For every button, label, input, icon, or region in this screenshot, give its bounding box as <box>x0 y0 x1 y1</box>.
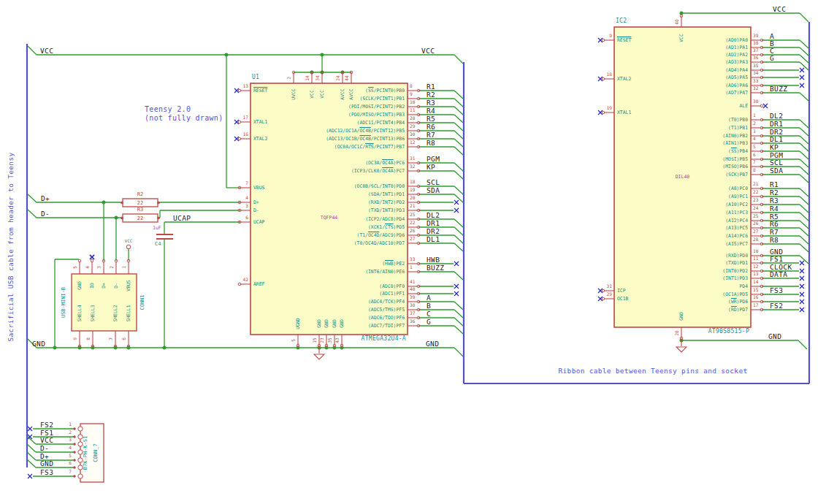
pin-number: 29 <box>410 124 415 129</box>
chip-ref: IC2 <box>616 18 627 24</box>
usb-mini-b-connector[interactable] <box>72 259 137 348</box>
pin-number: 42 <box>88 278 248 282</box>
overline-text: OC4A <box>382 168 393 174</box>
pin-name: (A9)PC1 <box>587 194 748 199</box>
overline-text: SS <box>731 148 737 154</box>
pin-name: (AD1)PA1 <box>587 45 748 50</box>
pin-number: 2 <box>753 121 756 126</box>
net-label: VCC <box>40 47 53 55</box>
net-label: C <box>427 310 431 318</box>
pin-number: 26 <box>410 229 415 233</box>
plain-text: (OC3A/ <box>365 160 382 166</box>
net-label: GND <box>32 340 45 348</box>
plain-text: (T1/ <box>357 232 368 238</box>
pin-number: 27 <box>410 237 415 241</box>
net-label: FS3 <box>40 469 53 476</box>
pin-number: 37 <box>410 311 415 316</box>
plain-text: (ICP3/CLK0/ <box>351 168 382 174</box>
pin-number: 13 <box>753 272 758 276</box>
pin-number: 34 <box>753 71 758 75</box>
pin-name: (WR)PD6 <box>587 299 748 304</box>
net-label: R6 <box>427 123 435 131</box>
pin-number: 5 <box>291 339 296 342</box>
conn7-header[interactable] <box>74 424 104 482</box>
net-label: DATA <box>770 271 787 278</box>
pin-name: (AD2)PA2 <box>587 53 748 57</box>
overline-text: HWB <box>385 261 394 267</box>
pin-name: (A8)PC0 <box>587 186 748 191</box>
pin-name: GND <box>77 281 82 290</box>
net-label: BUZZ <box>770 85 787 93</box>
plain-text: (ADC12/OC1A/ <box>326 128 359 134</box>
pin-number: 3 <box>753 129 756 134</box>
pin-number: 27 <box>753 229 758 234</box>
net-label: SCL <box>770 159 783 167</box>
pin-number: 35 <box>328 337 332 343</box>
pin-name: (T1/OC4D/ADC9)PD6 <box>244 233 405 237</box>
pin-name: (AD5)PA5 <box>587 75 748 80</box>
pin-name: (TXD)PD1 <box>587 261 748 265</box>
net-label: R7 <box>770 229 779 236</box>
plain-text: /PCINT0)PB0 <box>374 88 405 93</box>
pin-number: 11 <box>410 108 415 112</box>
pin-name: D- <box>114 283 118 289</box>
capacitor-c4[interactable] <box>156 234 173 239</box>
pin-name: (AD6)PA6 <box>587 83 748 88</box>
pin-number: 38 <box>753 41 758 45</box>
pin-number: 36 <box>410 319 415 324</box>
pin-number: 26 <box>753 221 758 226</box>
note-teensy: Teensy 2.0 <box>145 106 191 113</box>
plain-text: )PD6 <box>737 299 748 305</box>
net-label: R5 <box>427 115 435 123</box>
pin-number: 16 <box>88 132 248 137</box>
pin-number: 23 <box>320 337 324 343</box>
pin-number: 28 <box>753 237 758 242</box>
pin-number: 40 <box>675 19 679 24</box>
pin-number: 1 <box>122 266 126 269</box>
pin-name: (INT6/AIN0)PE6 <box>244 270 405 274</box>
pin-number: 5 <box>753 145 756 149</box>
net-label: R1 <box>770 181 779 188</box>
pin-name: (SS)PB4 <box>587 149 748 153</box>
pin-name: VBUS <box>126 280 131 291</box>
pin-number: 11 <box>753 256 758 261</box>
pin-number: 38 <box>410 303 415 308</box>
pin-number: 8 <box>410 84 413 88</box>
pin-name: (AIN0)PB2 <box>587 134 748 138</box>
pin-name: (MISO)PB6 <box>587 164 748 169</box>
pin-name: (ADC13/OC1B/OC4B/PCINT13)PB6 <box>244 137 405 141</box>
pin-number: 4 <box>85 266 90 269</box>
pin-number: 24 <box>753 206 758 210</box>
net-label: D- <box>41 210 50 218</box>
pin-number: 17 <box>753 303 758 308</box>
pin-number: 3 <box>0 438 72 442</box>
pin-number: 6 <box>122 337 126 340</box>
net-label: DR1 <box>770 121 783 128</box>
pin-number: 31 <box>410 156 415 161</box>
pin-number: 20 <box>675 330 679 335</box>
usb-part-name: USB-MINI-B <box>61 287 66 318</box>
pin-number: 15 <box>753 288 758 292</box>
net-label: FS1 <box>770 256 783 263</box>
pin-name: (ADC1)PF1 <box>244 291 405 296</box>
pin-name: (INT1)PD3 <box>587 276 748 280</box>
pin-name: (ADC6/TDO)PF6 <box>244 316 405 320</box>
overline-text: OC4B <box>359 136 370 142</box>
pin-name: (RD)PD7 <box>587 308 748 312</box>
pin-name: D+ <box>102 283 106 289</box>
pin-name: (T1)PB1 <box>587 126 748 130</box>
pin-number: 40 <box>410 287 415 291</box>
pin-number: 32 <box>753 86 758 91</box>
pin-number: 12 <box>410 140 415 145</box>
pin-name: GND <box>679 312 684 321</box>
overline-text: OC4D <box>368 232 379 238</box>
overline-text: SS <box>368 88 374 93</box>
net-label: R7 <box>427 131 435 139</box>
pin-number: 8 <box>753 168 756 172</box>
pin-name: (A13)PC5 <box>587 226 748 230</box>
schematic-canvas: Teensy 2.0 (not fully drawn) Ribbon cabl… <box>0 0 826 504</box>
pin-number: 4 <box>0 446 72 450</box>
pin-name: (SS/PCINT0)PB0 <box>244 88 405 93</box>
plain-text: (ADC13/OC1B/ <box>326 136 359 142</box>
pin-number: 28 <box>410 116 415 121</box>
